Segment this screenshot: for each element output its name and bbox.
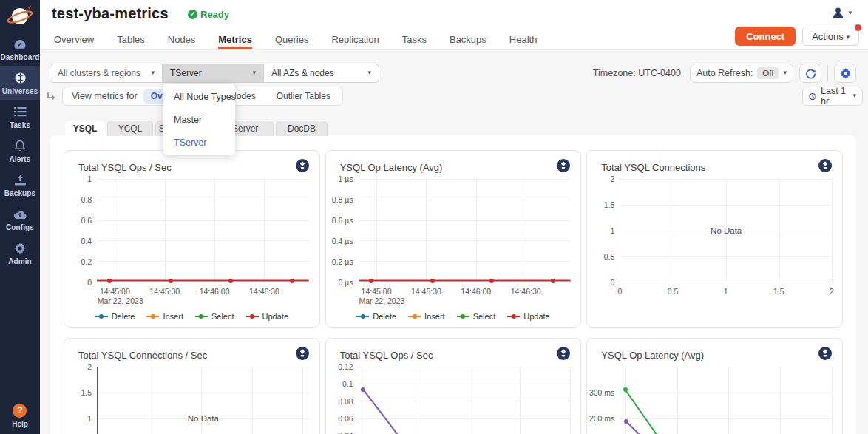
nodata: No Data — [620, 226, 832, 235]
connect-button[interactable]: Connect — [735, 27, 796, 46]
dot — [107, 279, 112, 283]
segment-outlier-tables[interactable]: Outlier Tables — [269, 89, 338, 104]
tab-tasks[interactable]: Tasks — [402, 30, 427, 49]
tab-nodes[interactable]: Nodes — [168, 30, 196, 49]
ylab: 0.08 — [326, 397, 353, 406]
tab-backups[interactable]: Backups — [450, 30, 486, 49]
ylab: 0.4 µs — [326, 237, 353, 245]
ylab: 0.06 — [326, 414, 353, 423]
legend-item[interactable]: Delete — [95, 312, 135, 321]
legend-item[interactable]: Select — [457, 312, 496, 321]
chart-card-total-ysql-connections-sec: Total YSQL Connections / Sec No Data21.5… — [64, 338, 320, 434]
branch-arrow-icon — [47, 92, 57, 102]
globe-icon — [0, 71, 40, 85]
ylab: 1.5 — [64, 388, 92, 397]
sidebar-item-universes[interactable]: Universes — [0, 66, 40, 100]
ylab: 0.8 — [64, 195, 92, 204]
dot — [430, 279, 435, 283]
actions-button[interactable]: Actions ▾ — [802, 27, 859, 46]
gridv — [302, 367, 303, 434]
charts-panel: Total YSQL Ops / Sec 10.80.60.40.2014:45… — [50, 135, 856, 434]
dropdown-option-master[interactable]: Master — [163, 108, 235, 131]
yugabyte-platform-logo[interactable] — [4, 2, 36, 32]
tab-overview[interactable]: Overview — [54, 30, 94, 49]
legend: DeleteInsertSelectUpdate — [326, 312, 581, 321]
legend-item[interactable]: Insert — [408, 312, 445, 321]
xlab: 0 — [617, 287, 622, 296]
ylab: 0.1 — [326, 379, 353, 388]
legend-label: Select — [473, 312, 496, 321]
legend-label: Update — [262, 312, 288, 321]
lg-dot — [413, 314, 417, 319]
sidebar-item-help[interactable]: ? Help — [12, 404, 28, 428]
tab-tables[interactable]: Tables — [117, 30, 145, 49]
chart-title: YSQL Op Latency (Avg) — [340, 162, 443, 173]
legend-label: Select — [211, 312, 234, 321]
dot — [551, 279, 555, 283]
dot — [623, 387, 628, 392]
metric-tab-docdb[interactable]: DocDB — [276, 121, 328, 136]
chart-plot-area[interactable]: 300 ms200 ms100 ms0 ms — [587, 361, 842, 434]
legend-item[interactable]: Insert — [146, 312, 183, 321]
legend-label: Update — [523, 312, 549, 321]
dropdown-option-tserver[interactable]: TServer — [163, 131, 235, 154]
xlab: 14:46:00 — [461, 287, 491, 296]
cluster-region-select[interactable]: All clusters & regions ▾ — [50, 64, 163, 83]
gridv — [832, 179, 833, 282]
tab-metrics[interactable]: Metrics — [218, 30, 252, 49]
tab-replication[interactable]: Replication — [331, 30, 379, 49]
plot — [359, 367, 571, 434]
tab-queries[interactable]: Queries — [275, 30, 309, 49]
xlab: 14:45:30 — [411, 287, 441, 296]
ylab: 1 — [64, 414, 92, 423]
chart-card-total-ysql-ops: Total YSQL Ops / Sec 10.80.60.40.2014:45… — [64, 150, 320, 328]
sidebar-item-admin[interactable]: Admin — [0, 236, 40, 270]
az-node-select[interactable]: All AZs & nodes ▾ — [264, 64, 379, 83]
xlab: 14:45:30 — [149, 287, 180, 296]
gridv — [149, 367, 149, 434]
chart-plot-area[interactable]: No Data21.510.5000.511.52 — [587, 173, 842, 327]
chart-plot-area[interactable]: 1 µs0.8 µs0.6 µs0.4 µs0.2 µs0 µs14:45:00… — [326, 173, 581, 327]
tab-health[interactable]: Health — [509, 30, 538, 49]
time-range-select[interactable]: Last 1 hr ▾ — [802, 87, 863, 106]
auto-refresh-control[interactable]: Auto Refresh: Off ▾ — [690, 64, 793, 83]
chevron-down-icon: ▾ — [846, 33, 850, 41]
gridv — [252, 367, 253, 434]
metric-tab-ysql[interactable]: YSQL — [65, 121, 105, 136]
view-metrics-label: View metrics for — [72, 91, 138, 101]
auto-refresh-value: Off — [757, 67, 779, 79]
xlab: 0.5 — [668, 287, 679, 296]
xlab: 14:46:00 — [200, 287, 230, 296]
dropdown-option-all-node-types[interactable]: All Node Types — [163, 85, 235, 108]
gear-icon — [840, 68, 851, 79]
gridh — [98, 393, 309, 393]
legend-item[interactable]: Delete — [356, 312, 396, 321]
main-area: test-yba-metrics ✓ Ready ▾ Overview Tabl… — [40, 0, 868, 434]
metrics-settings-button[interactable] — [834, 64, 856, 83]
ylab: 0 µs — [326, 278, 353, 287]
sidebar-item-tasks[interactable]: Tasks — [0, 100, 40, 134]
node-type-select[interactable]: TServer ▾ — [163, 64, 264, 83]
dot — [169, 279, 173, 283]
sidebar-item-alerts[interactable]: Alerts — [0, 134, 40, 168]
chart-plot-area[interactable]: No Data21.510.50 — [64, 361, 319, 434]
page-title: test-yba-metrics — [52, 5, 169, 22]
ylab: 0.2 — [64, 257, 92, 266]
chart-plot-area[interactable]: 10.80.60.40.2014:45:00Mar 22, 202314:45:… — [64, 173, 319, 327]
refresh-button[interactable] — [799, 64, 821, 83]
legend-item[interactable]: Select — [195, 312, 234, 321]
sidebar-item-configs[interactable]: Configs — [0, 202, 40, 236]
legend-label: Delete — [373, 312, 396, 321]
legend-item[interactable]: Update — [246, 312, 288, 321]
chart-plot-area[interactable]: 0.120.10.080.060.040.020 — [326, 361, 581, 434]
bell-icon — [0, 139, 40, 153]
metric-tab-ycql[interactable]: YCQL — [107, 121, 153, 136]
legend-item[interactable]: Update — [507, 312, 549, 321]
sidebar-item-label: Dashboard — [0, 53, 40, 61]
help-icon: ? — [13, 404, 27, 418]
user-menu[interactable]: ▾ — [832, 7, 852, 19]
sidebar-item-dashboard[interactable]: Dashboard — [0, 32, 40, 66]
sidebar-item-backups[interactable]: Backups — [0, 168, 40, 202]
chevron-down-icon: ▾ — [783, 69, 787, 76]
lg-line — [195, 316, 208, 317]
